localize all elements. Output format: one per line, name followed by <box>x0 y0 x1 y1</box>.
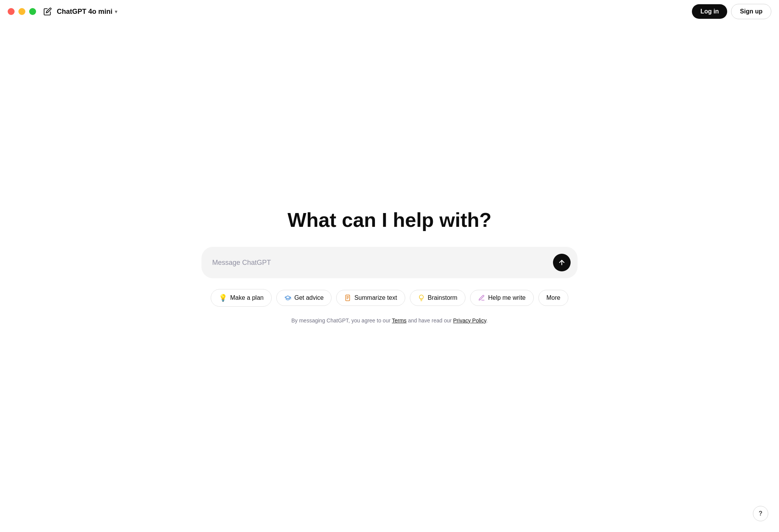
input-container <box>201 247 578 278</box>
chips-row: 💡 Make a plan Get advice <box>211 289 568 307</box>
lightbulb-icon: 💡 <box>219 294 227 302</box>
close-button[interactable] <box>8 8 15 15</box>
chip-more-label: More <box>546 294 560 301</box>
signup-button[interactable]: Sign up <box>731 4 771 19</box>
maximize-button[interactable] <box>29 8 36 15</box>
help-button[interactable]: ? <box>753 506 768 521</box>
chip-brainstorm[interactable]: Brainstorm <box>410 290 465 306</box>
footer-text-between: and have read our <box>406 317 453 324</box>
chip-brainstorm-label: Brainstorm <box>428 294 457 301</box>
chip-summarize-text-label: Summarize text <box>354 294 397 301</box>
chip-help-me-write[interactable]: Help me write <box>470 290 534 306</box>
chevron-down-icon: ▾ <box>115 8 117 15</box>
message-input[interactable] <box>212 259 553 267</box>
send-button[interactable] <box>553 254 571 271</box>
chip-get-advice[interactable]: Get advice <box>276 290 332 306</box>
footer-text-before-terms: By messaging ChatGPT, you agree to our <box>291 317 392 324</box>
footer-text: By messaging ChatGPT, you agree to our T… <box>291 317 488 324</box>
chip-more[interactable]: More <box>538 290 568 306</box>
app-title: ChatGPT 4o mini <box>57 8 112 16</box>
graduation-icon <box>284 294 291 301</box>
chip-make-a-plan[interactable]: 💡 Make a plan <box>211 289 272 307</box>
header-actions: Log in Sign up <box>692 4 771 19</box>
footer-text-after: . <box>486 317 488 324</box>
pencil-icon <box>478 294 485 301</box>
new-chat-icon[interactable] <box>42 6 53 17</box>
app-title-area[interactable]: ChatGPT 4o mini ▾ <box>57 8 117 16</box>
document-icon <box>344 294 351 301</box>
traffic-lights <box>8 8 36 15</box>
terms-link[interactable]: Terms <box>392 317 406 324</box>
privacy-link[interactable]: Privacy Policy <box>453 317 486 324</box>
titlebar: ChatGPT 4o mini ▾ Log in Sign up <box>0 0 779 23</box>
hero-title: What can I help with? <box>287 208 492 231</box>
chip-summarize-text[interactable]: Summarize text <box>336 290 405 306</box>
minimize-button[interactable] <box>18 8 25 15</box>
login-button[interactable]: Log in <box>692 4 727 19</box>
chip-make-a-plan-label: Make a plan <box>230 294 264 301</box>
chip-get-advice-label: Get advice <box>294 294 323 301</box>
brainstorm-icon <box>418 294 425 301</box>
main-content: What can I help with? 💡 Make a plan Get … <box>0 0 779 532</box>
chip-help-me-write-label: Help me write <box>488 294 526 301</box>
